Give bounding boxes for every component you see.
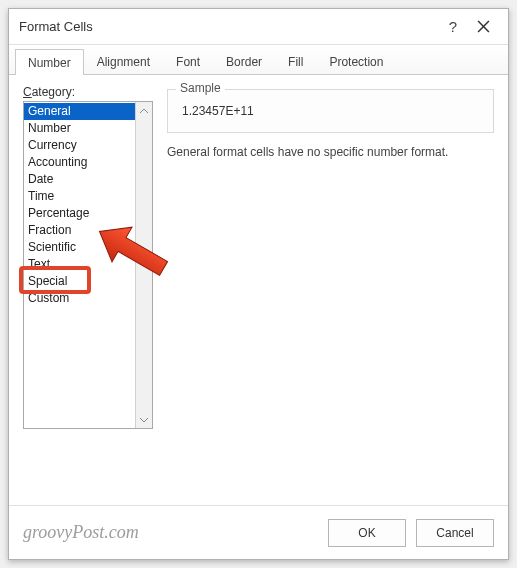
- tab-protection[interactable]: Protection: [316, 48, 396, 74]
- dialog-title: Format Cells: [19, 19, 438, 34]
- dialog-buttons: OK Cancel: [328, 519, 494, 547]
- sample-box: Sample 1.23457E+11: [167, 89, 494, 133]
- category-item-currency[interactable]: Currency: [24, 137, 135, 154]
- tab-font[interactable]: Font: [163, 48, 213, 74]
- category-scrollbar[interactable]: [135, 102, 152, 428]
- category-label-rest: ategory:: [32, 85, 75, 99]
- cancel-button[interactable]: Cancel: [416, 519, 494, 547]
- tab-alignment[interactable]: Alignment: [84, 48, 163, 74]
- scroll-down-button[interactable]: [136, 411, 152, 428]
- dialog-footer: groovyPost.com OK Cancel: [9, 505, 508, 559]
- sample-value: 1.23457E+11: [176, 98, 485, 120]
- format-description: General format cells have no specific nu…: [167, 145, 494, 159]
- tab-fill[interactable]: Fill: [275, 48, 316, 74]
- tab-border[interactable]: Border: [213, 48, 275, 74]
- category-item-general[interactable]: General: [24, 103, 135, 120]
- close-icon: [477, 20, 490, 33]
- tab-number[interactable]: Number: [15, 49, 84, 75]
- sample-label: Sample: [176, 81, 225, 95]
- category-list-inner: General Number Currency Accounting Date …: [24, 102, 135, 428]
- format-detail-panel: Sample 1.23457E+11 General format cells …: [167, 85, 494, 505]
- ok-button[interactable]: OK: [328, 519, 406, 547]
- category-item-special[interactable]: Special: [24, 273, 135, 290]
- category-item-accounting[interactable]: Accounting: [24, 154, 135, 171]
- chevron-up-icon: [140, 108, 148, 114]
- category-item-fraction[interactable]: Fraction: [24, 222, 135, 239]
- category-item-custom[interactable]: Custom: [24, 290, 135, 307]
- help-icon: ?: [449, 18, 457, 35]
- watermark-text: groovyPost.com: [23, 522, 139, 543]
- category-item-date[interactable]: Date: [24, 171, 135, 188]
- category-item-scientific[interactable]: Scientific: [24, 239, 135, 256]
- format-cells-dialog: Format Cells ? Number Alignment Font Bor…: [8, 8, 509, 560]
- category-panel: Category: General Number Currency Accoun…: [23, 85, 153, 505]
- dialog-body: Category: General Number Currency Accoun…: [9, 75, 508, 505]
- close-button[interactable]: [468, 15, 498, 39]
- scroll-up-button[interactable]: [136, 102, 152, 119]
- titlebar: Format Cells ?: [9, 9, 508, 45]
- chevron-down-icon: [140, 417, 148, 423]
- category-item-text[interactable]: Text: [24, 256, 135, 273]
- category-item-number[interactable]: Number: [24, 120, 135, 137]
- category-label: Category:: [23, 85, 153, 99]
- tab-bar: Number Alignment Font Border Fill Protec…: [9, 45, 508, 75]
- category-listbox[interactable]: General Number Currency Accounting Date …: [23, 101, 153, 429]
- help-button[interactable]: ?: [438, 15, 468, 39]
- category-item-time[interactable]: Time: [24, 188, 135, 205]
- category-item-percentage[interactable]: Percentage: [24, 205, 135, 222]
